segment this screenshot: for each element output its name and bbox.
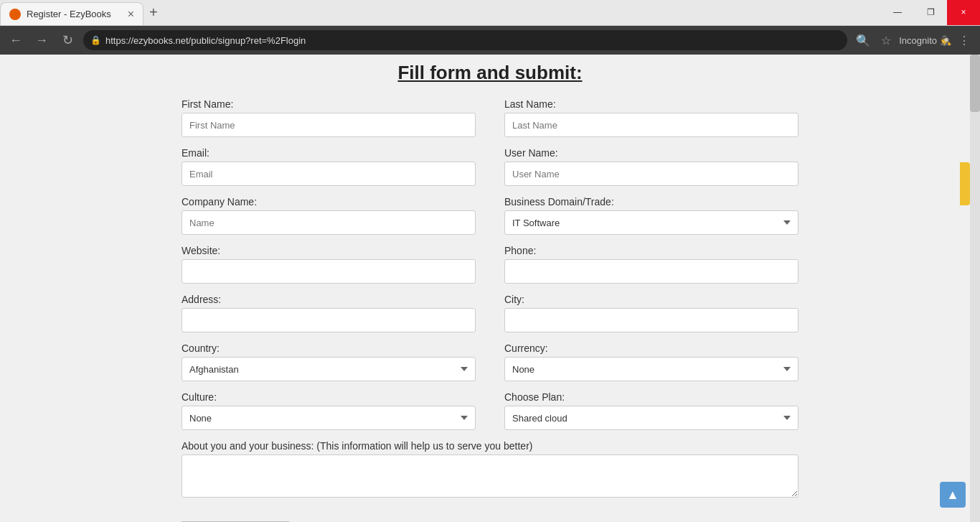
minimize-button[interactable]: — <box>881 0 914 25</box>
business-domain-select[interactable]: IT Software Retail Manufacturing Service… <box>504 210 798 235</box>
website-input[interactable] <box>182 259 476 284</box>
culture-group: Culture: None en-US en-GB fr-FR de-DE es… <box>182 391 476 430</box>
email-input[interactable] <box>182 162 476 186</box>
city-group: City: <box>504 294 798 332</box>
lock-icon: 🔒 <box>90 35 101 45</box>
plan-select[interactable]: Shared cloud Dedicated cloud On-premise <box>504 406 798 430</box>
tab-close-button[interactable]: × <box>128 8 134 21</box>
last-name-group: Last Name: <box>504 98 798 137</box>
about-label: About you and your business: (This infor… <box>182 440 798 452</box>
search-icon[interactable]: 🔍 <box>853 30 873 50</box>
address-bar: ← → ↻ 🔒 https://ezybooks.net/public/sign… <box>0 26 980 55</box>
last-name-label: Last Name: <box>504 98 798 110</box>
about-textarea[interactable] <box>182 455 798 498</box>
forward-nav-button[interactable]: → <box>32 30 52 50</box>
username-group: User Name: <box>504 147 798 186</box>
maximize-button[interactable]: ❐ <box>914 0 947 25</box>
new-tab-button[interactable]: + <box>143 4 164 21</box>
username-input[interactable] <box>504 162 798 186</box>
username-label: User Name: <box>504 147 798 159</box>
url-bar[interactable]: 🔒 https://ezybooks.net/public/signup?ret… <box>83 30 847 50</box>
incognito-label: Incognito <box>899 35 937 46</box>
company-group: Company Name: <box>182 196 476 235</box>
last-name-input[interactable] <box>504 113 798 137</box>
url-text: https://ezybooks.net/public/signup?ret=%… <box>105 35 306 46</box>
plan-group: Choose Plan: Shared cloud Dedicated clou… <box>504 391 798 430</box>
tab-bar: Register - EzyBooks × + — ❐ × <box>0 0 980 26</box>
page-title: Fill form and submit: <box>182 62 798 84</box>
address-group: Address: <box>182 294 476 332</box>
email-label: Email: <box>182 147 476 159</box>
bookmark-icon[interactable]: ☆ <box>876 30 896 50</box>
phone-group: Phone: <box>504 245 798 284</box>
close-button[interactable]: × <box>947 0 980 25</box>
company-label: Company Name: <box>182 196 476 208</box>
tab-favicon <box>9 9 21 20</box>
first-name-input[interactable] <box>182 113 476 137</box>
currency-select[interactable]: None USD EUR GBP AUD CAD JPY INR <box>504 357 798 381</box>
toolbar-right: 🔍 ☆ Incognito 🕵 ⋮ <box>853 30 974 50</box>
yellow-tab[interactable] <box>960 162 970 205</box>
scrollbar-thumb[interactable] <box>970 55 980 112</box>
scrollbar[interactable] <box>970 55 980 522</box>
phone-input[interactable] <box>504 259 798 284</box>
reload-button[interactable]: ↻ <box>57 30 77 50</box>
company-input[interactable] <box>182 210 476 235</box>
currency-label: Currency: <box>504 342 798 354</box>
currency-group: Currency: None USD EUR GBP AUD CAD JPY I… <box>504 342 798 381</box>
country-select[interactable]: Afghanistan Albania Algeria Australia Br… <box>182 357 476 381</box>
active-tab[interactable]: Register - EzyBooks × <box>0 2 143 25</box>
back-nav-button[interactable]: ← <box>6 30 26 50</box>
registration-form: First Name: Last Name: Email: User Name: <box>182 98 798 522</box>
address-label: Address: <box>182 294 476 305</box>
website-label: Website: <box>182 245 476 256</box>
address-input[interactable] <box>182 308 476 332</box>
incognito-badge: Incognito 🕵 <box>899 35 951 46</box>
scroll-to-top-button[interactable]: ▲ <box>940 482 966 508</box>
page-content: Fill form and submit: First Name: Last N… <box>0 55 980 522</box>
incognito-icon: 🕵 <box>940 35 951 46</box>
menu-icon[interactable]: ⋮ <box>954 30 974 50</box>
browser-window: Register - EzyBooks × + — ❐ × ← → ↻ 🔒 ht… <box>0 0 980 522</box>
country-label: Country: <box>182 342 476 354</box>
culture-select[interactable]: None en-US en-GB fr-FR de-DE es-ES zh-CN… <box>182 406 476 430</box>
about-group: About you and your business: (This infor… <box>182 440 798 500</box>
page-inner: Fill form and submit: First Name: Last N… <box>167 55 813 522</box>
tab-title: Register - EzyBooks <box>27 9 111 19</box>
city-label: City: <box>504 294 798 305</box>
first-name-group: First Name: <box>182 98 476 137</box>
first-name-label: First Name: <box>182 98 476 110</box>
phone-label: Phone: <box>504 245 798 256</box>
business-domain-label: Business Domain/Trade: <box>504 196 798 208</box>
city-input[interactable] <box>504 308 798 332</box>
email-group: Email: <box>182 147 476 186</box>
business-domain-group: Business Domain/Trade: IT Software Retai… <box>504 196 798 235</box>
country-group: Country: Afghanistan Albania Algeria Aus… <box>182 342 476 381</box>
website-group: Website: <box>182 245 476 284</box>
culture-label: Culture: <box>182 391 476 403</box>
plan-label: Choose Plan: <box>504 391 798 403</box>
window-controls: — ❐ × <box>881 0 980 25</box>
